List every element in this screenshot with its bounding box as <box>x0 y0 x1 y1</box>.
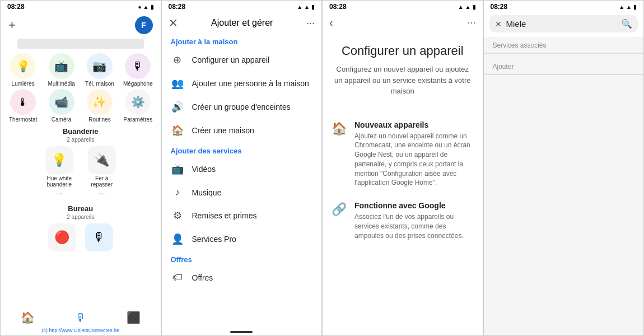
s3-option-works-with[interactable]: 🔗 Fonctionne avec Google Associez l'un d… <box>323 194 483 247</box>
configurer-label: Configurer un appareil <box>192 55 270 64</box>
signal-icon: ● <box>138 4 142 10</box>
icon-multimedia[interactable]: 📺 Multimédia <box>43 53 79 87</box>
nav-home[interactable]: 🏠 <box>21 311 35 324</box>
search-icon[interactable]: 🔍 <box>621 18 632 29</box>
icon-lumieres[interactable]: 💡 Lumières <box>5 53 41 87</box>
offres-icon: 🏷 <box>171 272 184 283</box>
hue-dots[interactable]: ··· <box>56 189 63 198</box>
more-button[interactable]: ··· <box>306 17 315 29</box>
back-button-3[interactable]: ‹ <box>329 16 333 29</box>
signal-icon-2: ▲ <box>297 4 302 10</box>
bureau1-icon: 🔴 <box>48 223 76 251</box>
device-bureau-2[interactable]: 🎙 <box>85 223 113 251</box>
parametres-label: Paramètres <box>123 116 152 123</box>
nav-grid[interactable]: ⬛ <box>127 311 141 324</box>
search-input[interactable] <box>506 19 617 29</box>
screen-1: 08:28 ● ▲ ▮ + F 💡 Lumières 📺 Multimédia … <box>0 0 161 336</box>
s3-option-works-desc: Associez l'un de vos appareils ou servic… <box>354 212 474 240</box>
s3-option-works-content: Fonctionne avec Google Associez l'un de … <box>354 201 474 240</box>
personne-label: Ajouter une personne à la maison <box>192 79 309 88</box>
routines-label: Routines <box>88 116 110 123</box>
screen-2: 08:28 ▲ ▲ ▮ ✕ Ajouter et gérer ··· Ajout… <box>161 0 323 336</box>
bottom-nav: 🏠 🎙 ⬛ <box>1 306 161 326</box>
works-with-icon: 🔗 <box>332 202 347 217</box>
s2-item-offres[interactable]: 🏷 Offres <box>162 266 322 289</box>
s2-item-musique[interactable]: ♪ Musique <box>162 181 322 204</box>
icons-grid: 💡 Lumières 📺 Multimédia 📷 Tél. maison 🎙 … <box>1 53 161 123</box>
icon-tel-maison[interactable]: 📷 Tél. maison <box>82 53 118 87</box>
s2-item-videos[interactable]: 📺 Vidéos <box>162 157 322 181</box>
status-icons-2: ▲ ▲ ▮ <box>297 4 315 10</box>
device-bureau-1[interactable]: 🔴 <box>48 223 76 251</box>
s2-section3-header: Offres <box>162 251 322 266</box>
close-button[interactable]: ✕ <box>169 16 178 30</box>
device-hue[interactable]: 💡 Hue white buanderie ··· <box>43 146 76 198</box>
camera-icon: 📹 <box>49 89 74 115</box>
icon-thermostat[interactable]: 🌡 Thermostat <box>5 89 41 123</box>
s3-nav: ‹ ··· <box>323 13 483 32</box>
s2-item-maison[interactable]: 🏠 Créer une maison <box>162 119 322 142</box>
hue-icon: 💡 <box>45 146 73 174</box>
status-icons-4: ▲ ▲ ▮ <box>619 4 637 10</box>
lumieres-label: Lumières <box>12 81 35 87</box>
icon-camera[interactable]: 📹 Caméra <box>43 89 79 123</box>
watermark: (c) http://www.ObjetsConnectes.be <box>1 326 161 335</box>
thermostat-label: Thermostat <box>9 116 38 123</box>
search-bar[interactable]: ✕ 🔍 <box>489 15 638 32</box>
icon-megaphone[interactable]: 🎙 Mégaphone <box>120 53 156 87</box>
s2-item-personne[interactable]: 👥 Ajouter une personne à la maison <box>162 72 322 95</box>
videos-icon: 📺 <box>171 163 184 175</box>
signal-icon-4: ▲ <box>619 4 624 10</box>
icon-parametres[interactable]: ⚙️ Paramètres <box>120 89 156 123</box>
wifi-icon: ▲ <box>143 4 149 10</box>
status-bar-2: 08:28 ▲ ▲ ▮ <box>162 1 322 13</box>
wifi-icon-2: ▲ <box>304 4 310 10</box>
status-icons-1: ● ▲ ▮ <box>138 4 154 10</box>
time-3: 08:28 <box>329 3 347 11</box>
bureau2-icon: 🎙 <box>85 223 113 251</box>
s2-item-groupe[interactable]: 🔊 Créer un groupe d'enceintes <box>162 95 322 119</box>
status-bar-1: 08:28 ● ▲ ▮ <box>1 1 161 13</box>
search-close-icon[interactable]: ✕ <box>495 20 502 29</box>
s3-subtitle: Configurez un nouvel appareil ou ajoutez… <box>334 64 472 97</box>
add-button[interactable]: + <box>8 18 16 32</box>
multimedia-label: Multimédia <box>48 81 74 87</box>
offres-label: Offres <box>192 273 213 282</box>
bureau-label: Bureau <box>1 204 161 213</box>
status-icons-3: ▲ ▲ ▮ <box>458 4 476 10</box>
services-pro-label: Services Pro <box>192 235 236 244</box>
routines-icon: ✨ <box>87 89 113 115</box>
battery-icon: ▮ <box>151 4 154 10</box>
maison-icon: 🏠 <box>171 124 184 137</box>
s3-option-new-desc: Ajoutez un nouvel appareil comme un Chro… <box>354 132 474 188</box>
groupe-icon: 🔊 <box>171 101 184 113</box>
avatar[interactable]: F <box>135 16 153 34</box>
more-button-3[interactable]: ··· <box>467 17 475 29</box>
tel-maison-label: Tél. maison <box>85 81 114 87</box>
fer-icon: 🔌 <box>88 146 116 174</box>
nav-mic[interactable]: 🎙 <box>75 311 86 324</box>
s2-item-remises[interactable]: ⚙ Remises et primes <box>162 204 322 227</box>
multimedia-icon: 📺 <box>49 53 74 79</box>
home-indicator-2 <box>230 331 253 333</box>
icon-routines[interactable]: ✨ Routines <box>82 89 118 123</box>
hue-label: Hue white buanderie <box>43 175 76 188</box>
remises-icon: ⚙ <box>171 209 184 222</box>
s2-item-configurer[interactable]: ⊕ Configurer un appareil <box>162 48 322 72</box>
fer-label: Fer à repasser <box>85 175 119 188</box>
screen-3: 08:28 ▲ ▲ ▮ ‹ ··· Configurer un appareil… <box>322 0 483 336</box>
new-devices-icon: 🏠 <box>332 122 347 136</box>
battery-icon-2: ▮ <box>311 4 315 10</box>
buanderie-sub: 2 appareils <box>1 137 161 143</box>
wifi-icon-3: ▲ <box>465 4 471 10</box>
remises-label: Remises et primes <box>192 211 257 220</box>
signal-icon-3: ▲ <box>458 4 464 10</box>
musique-label: Musique <box>192 188 222 197</box>
fer-dots[interactable]: ··· <box>99 189 105 198</box>
s1-header: + F <box>1 13 161 36</box>
blur-bar <box>17 39 144 49</box>
s2-item-services-pro[interactable]: 👤 Services Pro <box>162 227 322 251</box>
megaphone-icon: 🎙 <box>125 53 151 79</box>
s3-option-new-devices[interactable]: 🏠 Nouveaux appareils Ajoutez un nouvel a… <box>323 114 483 195</box>
device-fer[interactable]: 🔌 Fer à repasser ··· <box>85 146 119 198</box>
